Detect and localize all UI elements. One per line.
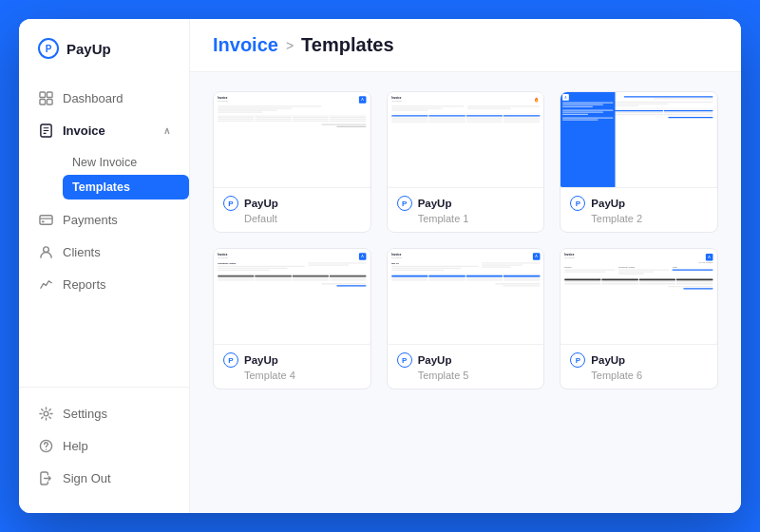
templates-grid: Invoice INV-000001 Λ — [213, 91, 718, 390]
sidebar-item-clients[interactable]: Clients — [19, 236, 189, 268]
template-name-default: Default — [223, 213, 361, 224]
template-preview-5: Invoice INV-000001 Λ Bill To — [388, 249, 544, 344]
sidebar-item-settings[interactable]: Settings — [19, 397, 189, 429]
template-name-2: Template 2 — [570, 213, 708, 224]
template-owner-icon-6: P — [570, 352, 585, 368]
sidebar-item-payments[interactable]: Payments — [19, 203, 189, 236]
sidebar-navigation: Dashboard Invoice ∧ New Invoi — [19, 82, 189, 377]
settings-label: Settings — [63, 407, 107, 421]
template-owner: PayUp — [244, 198, 278, 209]
template-name-5: Template 5 — [397, 370, 535, 381]
template-preview-4: Invoice INV-000001 Λ Company Name — [214, 249, 370, 344]
svg-point-12 — [44, 411, 48, 416]
grid-icon — [38, 90, 53, 105]
clients-icon — [38, 244, 53, 259]
invoice-chevron-icon: ∧ — [163, 125, 170, 136]
reports-label: Reports — [63, 277, 106, 292]
template-owner-6: PayUp — [591, 354, 625, 366]
template-preview-1: Invoice INV-000001 — [388, 92, 544, 187]
template-card-default[interactable]: Invoice INV-000001 Λ — [213, 91, 371, 233]
template-owner-icon: P — [223, 196, 238, 211]
template-owner-2: PayUp — [591, 198, 625, 209]
sidebar-bottom: Settings Help — [19, 387, 189, 494]
gear-icon — [38, 406, 53, 421]
sidebar-logo: P PayUp — [19, 38, 189, 82]
templates-body: Invoice INV-000001 Λ — [190, 72, 741, 513]
dashboard-label: Dashboard — [63, 91, 124, 105]
sub-nav-item-templates[interactable]: Templates — [63, 175, 189, 200]
svg-point-14 — [45, 448, 46, 449]
svg-rect-8 — [39, 215, 51, 223]
template-name-1: Template 1 — [397, 213, 535, 224]
sidebar-item-invoice[interactable]: Invoice ∧ — [19, 114, 189, 146]
template-info-6: P PayUp Template 6 — [560, 344, 717, 389]
invoice-sub-nav: New Invoice Templates — [19, 146, 189, 203]
svg-point-11 — [43, 246, 48, 252]
invoice-label: Invoice — [63, 124, 105, 138]
sidebar-item-signout[interactable]: Sign Out — [19, 462, 189, 494]
template-owner-icon-4: P — [223, 352, 238, 368]
payments-label: Payments — [63, 213, 118, 227]
breadcrumb-current: Templates — [301, 34, 393, 56]
svg-rect-2 — [39, 99, 45, 104]
template-card-4[interactable]: Invoice INV-000001 Λ Company Name — [213, 248, 371, 390]
template-info-4: P PayUp Template 4 — [214, 344, 370, 389]
reports-icon — [38, 276, 53, 292]
app-name: PayUp — [66, 41, 111, 57]
sidebar-item-dashboard[interactable]: Dashboard — [19, 82, 189, 114]
template-info-2: P PayUp Template 2 — [560, 187, 717, 232]
template-preview-default: Invoice INV-000001 Λ — [214, 92, 370, 187]
breadcrumb: Invoice > Templates — [213, 34, 718, 56]
help-label: Help — [63, 439, 88, 453]
sidebar: P PayUp Dashboard — [19, 19, 190, 513]
sub-nav-item-new-invoice[interactable]: New Invoice — [63, 150, 189, 175]
template-info-5: P PayUp Template 5 — [388, 344, 544, 389]
template-owner-icon-2: P — [570, 196, 585, 211]
template-card-1[interactable]: Invoice INV-000001 — [387, 91, 545, 233]
template-owner-1: PayUp — [418, 198, 452, 209]
help-icon — [38, 438, 53, 453]
svg-rect-1 — [47, 91, 52, 97]
template-info-1: P PayUp Template 1 — [388, 187, 544, 232]
template-card-6[interactable]: Invoice INV-000001 Λ Aniyyah Designs — [560, 248, 718, 390]
template-preview-2: Λ — [560, 92, 717, 187]
main-content: Invoice > Templates Invoice INV-000001 — [190, 19, 741, 513]
invoice-icon — [38, 123, 53, 138]
signout-label: Sign Out — [63, 471, 111, 485]
svg-rect-0 — [39, 91, 45, 97]
app-logo-icon: P — [38, 38, 59, 59]
template-info-default: P PayUp Default — [214, 187, 370, 232]
template-preview-6: Invoice INV-000001 Λ Aniyyah Designs — [560, 249, 717, 344]
template-name-4: Template 4 — [223, 370, 361, 381]
sidebar-item-reports[interactable]: Reports — [19, 268, 189, 300]
template-name-6: Template 6 — [570, 370, 708, 381]
template-owner-icon-5: P — [397, 352, 412, 368]
template-owner-4: PayUp — [244, 354, 278, 366]
sidebar-item-help[interactable]: Help — [19, 429, 189, 462]
signout-icon — [38, 470, 53, 485]
app-window: P PayUp Dashboard — [19, 19, 741, 513]
clients-label: Clients — [63, 245, 101, 259]
svg-rect-3 — [47, 99, 52, 104]
template-card-2[interactable]: Λ — [560, 91, 718, 233]
breadcrumb-parent: Invoice — [213, 34, 278, 56]
svg-rect-10 — [41, 220, 44, 222]
template-owner-icon-1: P — [397, 196, 412, 211]
payments-icon — [38, 212, 53, 227]
template-owner-5: PayUp — [418, 354, 452, 366]
main-header: Invoice > Templates — [190, 19, 741, 72]
template-card-5[interactable]: Invoice INV-000001 Λ Bill To — [387, 248, 545, 390]
breadcrumb-separator: > — [286, 38, 294, 53]
